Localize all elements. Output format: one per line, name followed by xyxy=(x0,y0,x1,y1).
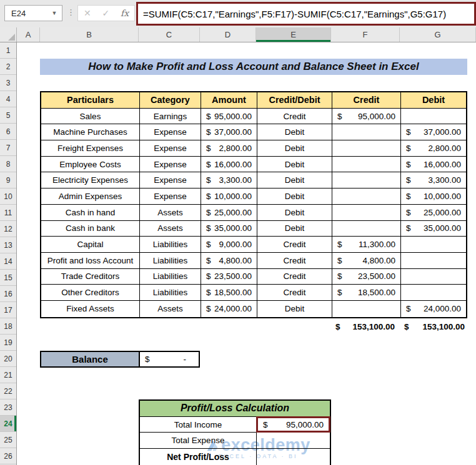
ledger-cell-credit-debit-10[interactable]: Debit xyxy=(257,188,332,205)
pl-value-total-expense[interactable] xyxy=(257,433,330,448)
ledger-cell-amount-6[interactable]: $37,000.00 xyxy=(201,124,257,140)
ledger-cell-category-12[interactable]: Assets xyxy=(140,221,201,237)
ledger-cell-credit-7[interactable] xyxy=(332,140,401,157)
ledger-cell-particulars-5[interactable]: Sales xyxy=(41,109,140,125)
balance-label-cell[interactable]: Balance xyxy=(41,352,139,366)
row-header-12[interactable]: 12 xyxy=(0,221,16,237)
ledger-cell-amount-17[interactable]: $24,000.00 xyxy=(201,301,257,317)
column-header-C[interactable]: C xyxy=(139,27,200,42)
row-header-9[interactable]: 9 xyxy=(0,172,16,188)
ledger-cell-credit-debit-5[interactable]: Credit xyxy=(257,109,332,125)
ledger-cell-amount-7[interactable]: $2,800.00 xyxy=(201,140,257,157)
row-header-8[interactable]: 8 xyxy=(0,156,16,172)
ledger-header-credit[interactable]: Credit xyxy=(332,92,401,109)
ledger-cell-debit-7[interactable]: $2,800.00 xyxy=(401,140,466,157)
row-header-26[interactable]: 26 xyxy=(0,448,16,464)
column-header-A[interactable]: A xyxy=(17,27,40,42)
ledger-cell-particulars-14[interactable]: Profit and loss Account xyxy=(41,253,140,269)
column-header-D[interactable]: D xyxy=(200,27,256,42)
ledger-cell-credit-8[interactable] xyxy=(332,157,401,173)
pl-label-total-expense[interactable]: Total Expense xyxy=(140,433,257,448)
ledger-cell-credit-5[interactable]: $95,000.00 xyxy=(332,109,401,125)
ledger-cell-credit-14[interactable]: $4,800.00 xyxy=(332,253,401,269)
ledger-cell-credit-debit-13[interactable]: Credit xyxy=(257,237,332,253)
ledger-cell-credit-11[interactable] xyxy=(332,205,401,221)
ledger-cell-debit-11[interactable]: $25,000.00 xyxy=(401,205,466,221)
pl-label-net-profit-loss[interactable]: Net Profit/Loss xyxy=(140,449,257,465)
row-header-15[interactable]: 15 xyxy=(0,270,16,286)
row-header-16[interactable]: 16 xyxy=(0,286,16,302)
row-header-3[interactable]: 3 xyxy=(0,75,16,91)
ledger-cell-category-8[interactable]: Expense xyxy=(140,157,201,173)
ledger-cell-category-9[interactable]: Expense xyxy=(140,172,201,188)
ledger-cell-particulars-16[interactable]: Other Creditors xyxy=(41,285,140,301)
row-header-14[interactable]: 14 xyxy=(0,253,16,270)
row-header-24[interactable]: 24 xyxy=(0,416,16,432)
ledger-cell-debit-6[interactable]: $37,000.00 xyxy=(401,124,466,140)
profit-loss-title-cell[interactable]: Profit/Loss Calculation xyxy=(140,401,330,417)
ledger-cell-amount-13[interactable]: $9,000.00 xyxy=(201,237,257,253)
namebox-dropdown-icon[interactable]: ▼ xyxy=(47,10,62,16)
ledger-cell-particulars-13[interactable]: Capital xyxy=(41,237,140,253)
row-header-11[interactable]: 11 xyxy=(0,205,16,221)
ledger-cell-credit-debit-8[interactable]: Debit xyxy=(257,157,332,173)
ledger-cell-debit-15[interactable] xyxy=(401,269,466,285)
ledger-cell-particulars-9[interactable]: Electricity Expenses xyxy=(41,172,140,188)
ledger-cell-debit-13[interactable] xyxy=(401,237,466,253)
ledger-cell-credit-debit-7[interactable]: Debit xyxy=(257,140,332,157)
column-header-G[interactable]: G xyxy=(400,27,476,42)
credit-total-cell[interactable]: $ 153,100.00 xyxy=(331,318,400,335)
column-header-B[interactable]: B xyxy=(40,27,139,42)
row-header-10[interactable]: 10 xyxy=(0,188,16,205)
ledger-cell-credit-debit-11[interactable]: Debit xyxy=(257,205,332,221)
ledger-cell-category-5[interactable]: Earnings xyxy=(140,109,201,125)
row-header-6[interactable]: 6 xyxy=(0,124,16,140)
ledger-cell-credit-9[interactable] xyxy=(332,172,401,188)
pl-value-net-profit-loss[interactable] xyxy=(257,449,330,465)
ledger-cell-credit-debit-16[interactable]: Credit xyxy=(257,285,332,301)
ledger-cell-amount-10[interactable]: $10,000.00 xyxy=(201,188,257,205)
ledger-cell-category-6[interactable]: Expense xyxy=(140,124,201,140)
column-header-E[interactable]: E xyxy=(256,27,331,42)
pl-value-total-income-active-cell[interactable]: $95,000.00 xyxy=(257,417,330,433)
ledger-cell-category-17[interactable]: Assets xyxy=(140,301,201,317)
ledger-cell-credit-16[interactable]: $18,500.00 xyxy=(332,285,401,301)
ledger-cell-amount-12[interactable]: $35,000.00 xyxy=(201,221,257,237)
ledger-cell-particulars-17[interactable]: Fixed Assets xyxy=(41,301,140,317)
ledger-cell-debit-10[interactable]: $10,000.00 xyxy=(401,188,466,205)
ledger-cell-credit-debit-6[interactable]: Debit xyxy=(257,124,332,140)
insert-function-icon[interactable]: fx xyxy=(121,8,129,18)
ledger-cell-credit-15[interactable]: $23,500.00 xyxy=(332,269,401,285)
ledger-cell-amount-9[interactable]: $3,300.00 xyxy=(201,172,257,188)
ledger-cell-amount-15[interactable]: $23,500.00 xyxy=(201,269,257,285)
ledger-cell-credit-13[interactable]: $11,300.00 xyxy=(332,237,401,253)
ledger-header-debit[interactable]: Debit xyxy=(401,92,466,109)
row-header-20[interactable]: 20 xyxy=(0,351,16,367)
ledger-cell-category-15[interactable]: Liabilities xyxy=(140,269,201,285)
cancel-icon[interactable]: ✕ xyxy=(84,8,91,18)
ledger-cell-credit-debit-15[interactable]: Credit xyxy=(257,269,332,285)
ledger-cell-amount-16[interactable]: $18,500.00 xyxy=(201,285,257,301)
ledger-cell-particulars-10[interactable]: Admin Expenses xyxy=(41,188,140,205)
ledger-cell-category-14[interactable]: Liabilities xyxy=(140,253,201,269)
ledger-cell-particulars-8[interactable]: Employee Costs xyxy=(41,157,140,173)
row-header-18[interactable]: 18 xyxy=(0,318,16,335)
row-header-4[interactable]: 4 xyxy=(0,91,16,107)
ledger-cell-particulars-7[interactable]: Freight Expenses xyxy=(41,140,140,157)
ledger-cell-particulars-11[interactable]: Cash in hand xyxy=(41,205,140,221)
row-header-23[interactable]: 23 xyxy=(0,399,16,416)
ledger-cell-category-11[interactable]: Assets xyxy=(140,205,201,221)
row-header-21[interactable]: 21 xyxy=(0,367,16,383)
ledger-cell-debit-14[interactable] xyxy=(401,253,466,269)
debit-total-cell[interactable]: $ 153,100.00 xyxy=(400,318,467,335)
ledger-cell-particulars-15[interactable]: Trade Creditors xyxy=(41,269,140,285)
pl-label-total-income[interactable]: Total Income xyxy=(140,417,257,433)
ledger-cell-amount-8[interactable]: $16,000.00 xyxy=(201,157,257,173)
ledger-cell-credit-debit-17[interactable]: Debit xyxy=(257,301,332,317)
select-all-corner[interactable] xyxy=(0,27,17,42)
balance-value-cell[interactable]: $ - xyxy=(139,352,199,366)
formula-bar-separator-dots[interactable]: ⋮ xyxy=(67,8,75,16)
sheet-grid[interactable]: 1234567891011121314151617181920212223242… xyxy=(0,42,476,465)
row-header-25[interactable]: 25 xyxy=(0,432,16,448)
row-header-7[interactable]: 7 xyxy=(0,140,16,156)
